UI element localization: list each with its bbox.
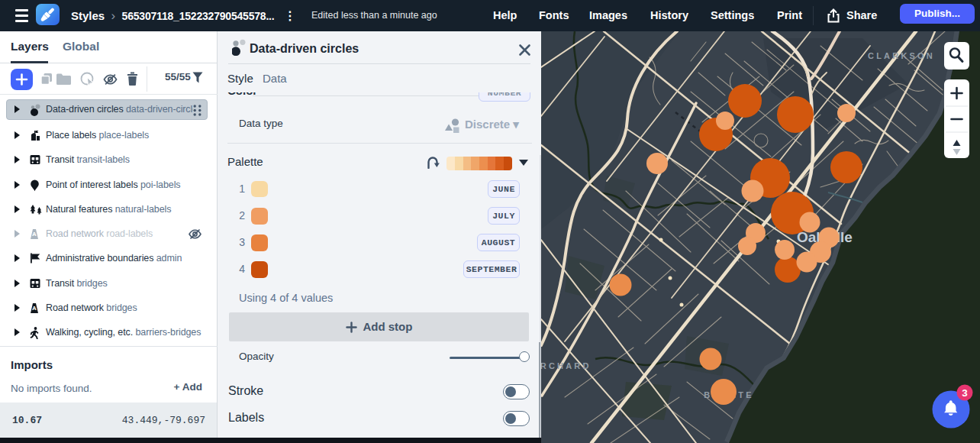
- svg-text:A: A: [32, 305, 37, 312]
- svg-text:3: 3: [962, 387, 968, 399]
- svg-text:A: A: [32, 231, 37, 238]
- svg-text:CLARKSON: CLARKSON: [868, 51, 935, 60]
- svg-text:ORCHARD: ORCHARD: [541, 361, 592, 370]
